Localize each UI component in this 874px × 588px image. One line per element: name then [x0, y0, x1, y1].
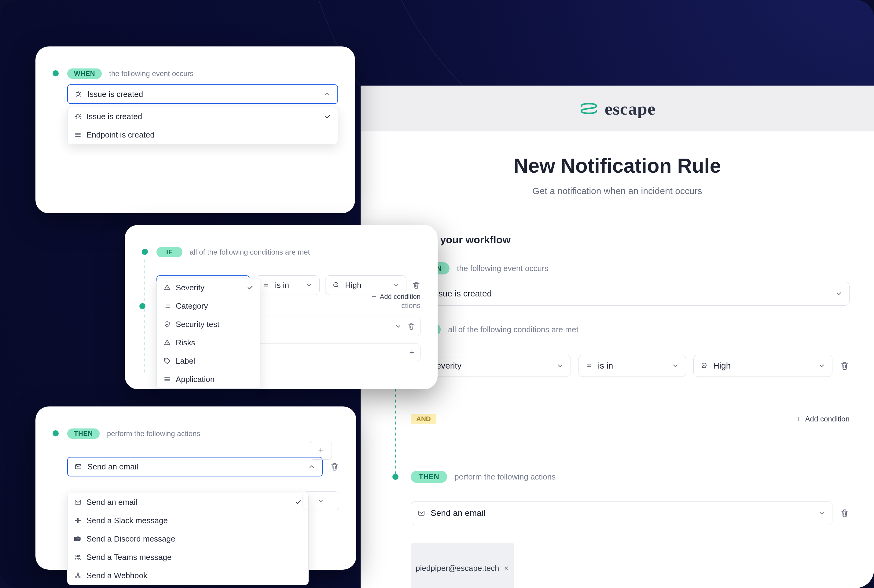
list-icon: [163, 302, 171, 310]
condition-value-select[interactable]: High: [693, 355, 832, 377]
popover-when: WHEN the following event occurs Issue is…: [36, 46, 355, 213]
option-label: Severity: [176, 283, 204, 292]
chevron-down-icon: [818, 343, 825, 389]
email-chip: piedpiper@escape.tech: [411, 543, 514, 588]
brand-logo-icon: [579, 98, 599, 118]
timeline-dot: [393, 474, 399, 480]
equals-icon: [262, 282, 270, 289]
field-option-severity[interactable]: Severity: [157, 278, 260, 297]
event-select-open[interactable]: Issue is created: [67, 84, 338, 104]
ghost-plus-box[interactable]: [310, 441, 332, 460]
chevron-down-icon: [835, 271, 843, 316]
field-option-application[interactable]: Application: [157, 370, 260, 388]
bug-icon: [74, 113, 82, 120]
chevron-down-icon: [394, 303, 402, 350]
option-label: Send a Discord message: [87, 534, 175, 544]
option-label: Label: [176, 356, 195, 366]
if-text: all of the following conditions are met: [190, 248, 310, 256]
plus-icon: [409, 330, 415, 375]
skull-icon: [700, 362, 708, 369]
stack-icon: [163, 376, 171, 383]
skull-icon: [332, 282, 340, 289]
condition-value-label: High: [713, 361, 813, 371]
teams-icon: [74, 554, 82, 561]
field-option-risks[interactable]: Risks: [157, 333, 260, 352]
check-icon: [295, 493, 301, 525]
if-pill: IF: [156, 247, 183, 257]
timeline-dot: [142, 249, 148, 255]
check-icon: [247, 278, 253, 310]
event-select[interactable]: Issue is created: [411, 282, 850, 306]
discord-icon: [74, 535, 82, 543]
action-dropdown: Send an email Send a Slack message Send …: [67, 493, 309, 585]
add-condition-label: Add condition: [805, 415, 850, 423]
mail-icon: [75, 463, 82, 470]
timeline-dot: [52, 70, 58, 76]
plus-icon: [318, 427, 324, 473]
main-panel: escape New Notification Rule Get a notif…: [361, 86, 874, 588]
event-option-endpoint-created[interactable]: Endpoint is created: [67, 126, 338, 144]
remove-email-button[interactable]: [504, 545, 509, 588]
warning-icon: [163, 284, 171, 291]
action-option-webhook[interactable]: Send a Webhook: [67, 566, 308, 585]
then-pill: THEN: [411, 471, 447, 483]
slack-icon: [74, 517, 82, 524]
brand-name: escape: [604, 98, 655, 119]
add-condition-button[interactable]: Add condition: [796, 396, 850, 442]
option-label: Send a Teams message: [87, 552, 171, 562]
popover-if: IF all of the following conditions are m…: [125, 225, 438, 389]
stack-icon: [74, 131, 82, 138]
when-pill: WHEN: [67, 69, 102, 79]
email-chip-label: piedpiper@escape.tech: [415, 564, 499, 573]
action-select[interactable]: Send an email: [411, 501, 832, 525]
timeline-dot: [52, 430, 58, 436]
webhook-icon: [74, 572, 82, 579]
tag-icon: [163, 357, 171, 364]
when-text: the following event occurs: [109, 69, 193, 78]
then-pill: THEN: [67, 429, 100, 439]
action-option-email[interactable]: Send an email: [67, 493, 308, 511]
check-icon: [324, 107, 331, 140]
delete-condition-button[interactable]: [840, 343, 850, 389]
option-label: Risks: [176, 338, 195, 348]
equals-icon: [585, 362, 592, 369]
plus-icon: [796, 396, 802, 442]
option-label: Issue is created: [87, 112, 142, 122]
condition-field-dropdown: Severity Category Security test Risks: [156, 278, 260, 389]
condition-operator-select[interactable]: is in: [255, 275, 320, 295]
delete-action-button[interactable]: [840, 490, 850, 536]
chevron-down-icon: [556, 343, 564, 389]
shield-icon: [163, 321, 171, 328]
field-option-label[interactable]: Label: [157, 352, 260, 370]
event-select-label: Issue is created: [87, 90, 318, 99]
field-option-category[interactable]: Category: [157, 297, 260, 315]
field-option-security-test[interactable]: Security test: [157, 315, 260, 333]
option-label: Send a Slack message: [87, 516, 168, 525]
action-option-discord[interactable]: Send a Discord message: [67, 530, 308, 548]
condition-field-label: Severity: [430, 361, 551, 371]
event-option-issue-created[interactable]: Issue is created: [67, 107, 338, 126]
chevron-down-icon: [818, 490, 825, 536]
option-label: Send a Webhook: [87, 571, 147, 580]
bug-icon: [75, 90, 82, 98]
option-label: Category: [176, 302, 208, 311]
brand-bar: escape: [361, 86, 874, 131]
condition-operator-label: is in: [598, 361, 666, 371]
condition-operator-select[interactable]: is in: [578, 355, 686, 377]
condition-operator-label: is in: [275, 280, 300, 290]
page-subtitle: Get a notification when an incident occu…: [361, 186, 874, 196]
when-text: the following event occurs: [457, 264, 548, 273]
ghost-chevron-box[interactable]: [303, 491, 339, 510]
action-select-open[interactable]: Send an email: [67, 457, 323, 477]
action-option-slack[interactable]: Send a Slack message: [67, 511, 308, 530]
page-title: New Notification Rule: [361, 154, 874, 177]
then-text: perform the following actions: [107, 429, 200, 438]
option-label: Application: [176, 375, 214, 384]
mail-icon: [418, 510, 425, 517]
event-select-label: Issue is created: [432, 289, 830, 298]
chevron-down-icon: [672, 343, 679, 389]
then-text: perform the following actions: [454, 472, 556, 482]
chevron-down-icon: [318, 478, 324, 524]
and-pill: AND: [411, 414, 436, 424]
action-option-teams[interactable]: Send a Teams message: [67, 548, 308, 566]
